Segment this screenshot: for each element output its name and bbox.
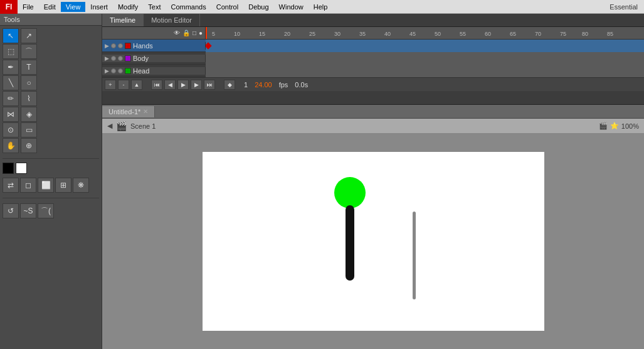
select-tool[interactable]: ↖ xyxy=(3,28,19,43)
lock-icon: 🔒 xyxy=(182,30,190,36)
fps-display: 24.00 xyxy=(252,81,275,89)
tools-divider-2 xyxy=(3,198,99,198)
motion-tool-1[interactable]: ↺ xyxy=(3,203,19,218)
layer-name-hands: Hands xyxy=(133,42,153,50)
svg-rect-20 xyxy=(206,54,644,63)
tools-panel: Tools ↖ ↗ ⬚ ⌒ ✒ T ╲ ○ ✏ ⌇ ⋈ ◈ ⊙ ▭ ✋ ⊕ ⇄ … xyxy=(0,14,102,349)
tools-divider xyxy=(3,158,99,159)
play-btn[interactable]: ▶ xyxy=(177,80,189,90)
document-tabs: Untitled-1* ✕ xyxy=(102,105,644,119)
add-keyframe-btn[interactable]: ◆ xyxy=(224,80,235,90)
text-tool[interactable]: T xyxy=(21,60,37,75)
menu-view[interactable]: View xyxy=(61,2,86,12)
pen-tool[interactable]: ✒ xyxy=(3,60,19,75)
lasso-tool[interactable]: ⌒ xyxy=(21,44,37,59)
default-colors[interactable]: ◻ xyxy=(20,178,36,193)
paint-bucket-tool[interactable]: ◈ xyxy=(21,107,37,122)
menu-text[interactable]: Text xyxy=(143,2,166,12)
layer-hands-info: ▶ Hands xyxy=(102,42,206,50)
zoom-tool[interactable]: ⊕ xyxy=(21,138,37,153)
expand-icon: ▶ xyxy=(105,43,109,49)
menu-modify[interactable]: Modify xyxy=(113,2,143,12)
brush-tool[interactable]: ⌇ xyxy=(21,91,37,106)
canvas-area[interactable] xyxy=(102,134,644,349)
object-drawing[interactable]: ⬜ xyxy=(38,178,54,193)
timeline-header: 👁 🔒 □ ● 5 10 15 20 25 30 xyxy=(102,27,644,40)
layer-dot-hands xyxy=(111,43,116,48)
layer-dot-head xyxy=(111,68,116,73)
fill-color[interactable] xyxy=(16,163,27,174)
main-layout: Tools ↖ ↗ ⬚ ⌒ ✒ T ╲ ○ ✏ ⌇ ⋈ ◈ ⊙ ▭ ✋ ⊕ ⇄ … xyxy=(0,14,644,349)
layer-body-info: ▶ Body xyxy=(102,55,206,62)
layer-color-head xyxy=(125,68,131,74)
svg-text:10: 10 xyxy=(234,31,240,37)
workspace-label: Essential xyxy=(610,3,644,11)
right-panel: Timeline Motion Editor 👁 🔒 □ ● 5 xyxy=(102,14,644,349)
layer-frames-head[interactable] xyxy=(206,65,644,77)
scene-bar: ◀ 🎬 Scene 1 🎬 ⭐ 100% xyxy=(102,119,644,134)
layers-header: 👁 🔒 □ ● xyxy=(102,27,206,39)
svg-rect-18 xyxy=(206,41,644,50)
layer-color-body xyxy=(125,55,131,62)
color-row xyxy=(0,161,102,175)
rewind-btn[interactable]: ⏮ xyxy=(151,80,162,90)
expand-icon-body: ▶ xyxy=(105,55,109,62)
scene-back-btn[interactable]: ◀ xyxy=(107,122,112,130)
motion-tools: ↺ ~S ⌒( xyxy=(0,201,102,221)
eyedropper-tool[interactable]: ⊙ xyxy=(3,122,19,137)
eraser-tool[interactable]: ▭ xyxy=(21,122,37,137)
layer-head-info: ▶ Head xyxy=(102,67,206,75)
svg-text:40: 40 xyxy=(384,31,391,37)
close-doc-btn[interactable]: ✕ xyxy=(143,108,148,115)
layer-dot2-head xyxy=(118,68,123,73)
current-frame-display: 1 xyxy=(241,81,250,89)
pencil-tool[interactable]: ✏ xyxy=(3,91,19,106)
menu-control[interactable]: Control xyxy=(211,2,243,12)
motion-tool-2[interactable]: ~S xyxy=(20,203,36,218)
motion-tool-3[interactable]: ⌒( xyxy=(38,203,54,218)
delete-layer-btn[interactable]: - xyxy=(118,80,129,90)
hand-tool[interactable]: ✋ xyxy=(3,138,19,153)
step-back-btn[interactable]: ◀ xyxy=(164,80,176,90)
svg-text:20: 20 xyxy=(284,31,290,37)
menu-window[interactable]: Window xyxy=(274,2,309,12)
snap-tool[interactable]: ⊞ xyxy=(55,178,71,193)
document-area: Untitled-1* ✕ ◀ 🎬 Scene 1 🎬 ⭐ 100% xyxy=(102,105,644,349)
menu-edit[interactable]: Edit xyxy=(39,2,61,12)
zoom-icon2: ⭐ xyxy=(610,122,619,130)
bone-tool[interactable]: ⋈ xyxy=(3,107,19,122)
oval-tool[interactable]: ○ xyxy=(21,75,37,90)
tab-motion-editor[interactable]: Motion Editor xyxy=(144,14,200,26)
layer-head[interactable]: ▶ Head xyxy=(102,65,644,77)
menu-commands[interactable]: Commands xyxy=(166,2,211,12)
layer-body[interactable]: ▶ Body xyxy=(102,52,644,65)
dot-icon: ● xyxy=(199,30,203,36)
move-up-btn[interactable]: ▲ xyxy=(131,80,142,90)
svg-text:5: 5 xyxy=(212,31,215,37)
fps-label: fps xyxy=(277,81,291,89)
menu-file[interactable]: File xyxy=(18,2,39,12)
svg-text:25: 25 xyxy=(309,31,315,37)
menu-insert[interactable]: Insert xyxy=(85,2,113,12)
stroke-color[interactable] xyxy=(3,163,14,174)
swap-colors[interactable]: ⇄ xyxy=(3,178,19,193)
svg-rect-17 xyxy=(206,27,207,39)
layer-hands[interactable]: ▶ Hands xyxy=(102,40,644,52)
end-btn[interactable]: ⏭ xyxy=(204,80,215,90)
layer-frames-body[interactable] xyxy=(206,52,644,65)
tab-timeline[interactable]: Timeline xyxy=(102,14,144,26)
layer-frames-hands[interactable] xyxy=(206,40,644,52)
svg-text:30: 30 xyxy=(334,31,340,37)
line-tool[interactable]: ╲ xyxy=(3,75,19,90)
tools-grid: ↖ ↗ ⬚ ⌒ ✒ T ╲ ○ ✏ ⌇ ⋈ ◈ ⊙ ▭ ✋ ⊕ xyxy=(0,26,102,156)
menu-debug[interactable]: Debug xyxy=(243,2,273,12)
subselect-tool[interactable]: ↗ xyxy=(21,28,37,43)
document-tab[interactable]: Untitled-1* ✕ xyxy=(102,106,155,117)
timeline-tabs: Timeline Motion Editor xyxy=(102,14,644,27)
header-icons: 👁 🔒 □ ● xyxy=(174,30,203,36)
menu-help[interactable]: Help xyxy=(309,2,333,12)
new-layer-btn[interactable]: + xyxy=(105,80,116,90)
free-transform-tool[interactable]: ⬚ xyxy=(3,44,19,59)
deco-tool[interactable]: ❋ xyxy=(73,178,89,193)
step-fwd-btn[interactable]: ▶ xyxy=(191,80,202,90)
